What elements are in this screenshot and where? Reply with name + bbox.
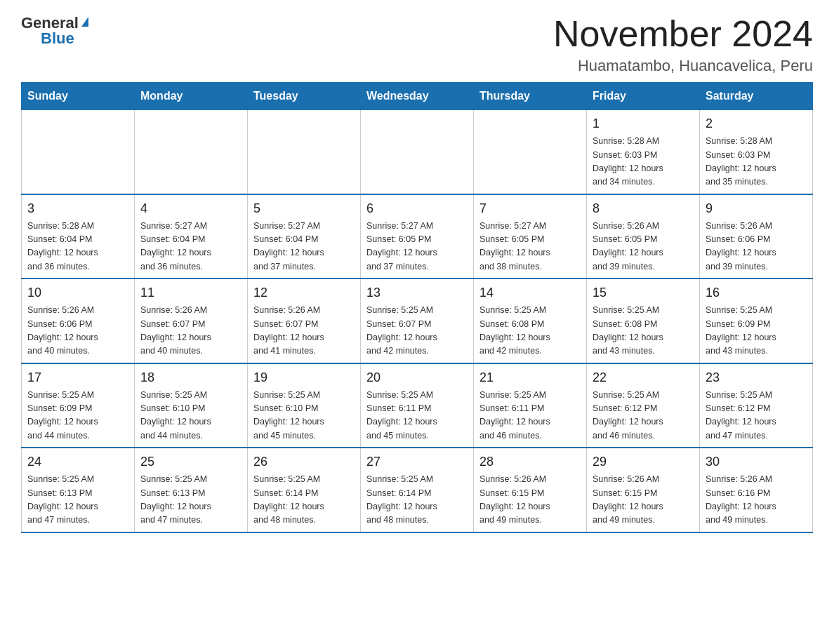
day-info: Sunrise: 5:26 AMSunset: 6:15 PMDaylight:… [593, 473, 694, 528]
weekday-header-thursday: Thursday [474, 83, 587, 110]
day-number: 3 [27, 199, 128, 218]
weekday-header-saturday: Saturday [700, 83, 813, 110]
day-number: 2 [706, 114, 807, 133]
day-number: 21 [479, 368, 581, 387]
day-info: Sunrise: 5:27 AMSunset: 6:05 PMDaylight:… [479, 220, 581, 274]
day-info: Sunrise: 5:25 AMSunset: 6:11 PMDaylight:… [366, 389, 468, 443]
logo: General Blue [21, 14, 88, 48]
day-number: 11 [140, 283, 241, 302]
calendar-day-cell: 17Sunrise: 5:25 AMSunset: 6:09 PMDayligh… [22, 363, 135, 448]
day-number: 8 [593, 199, 694, 218]
day-info: Sunrise: 5:26 AMSunset: 6:07 PMDaylight:… [140, 304, 241, 358]
calendar-day-cell: 13Sunrise: 5:25 AMSunset: 6:07 PMDayligh… [361, 279, 474, 363]
day-number: 13 [366, 283, 468, 302]
calendar-day-cell: 19Sunrise: 5:25 AMSunset: 6:10 PMDayligh… [248, 363, 361, 448]
calendar-day-cell: 15Sunrise: 5:25 AMSunset: 6:08 PMDayligh… [587, 279, 700, 363]
calendar-day-cell: 14Sunrise: 5:25 AMSunset: 6:08 PMDayligh… [474, 279, 587, 363]
calendar-day-cell: 12Sunrise: 5:26 AMSunset: 6:07 PMDayligh… [248, 279, 361, 363]
day-info: Sunrise: 5:25 AMSunset: 6:09 PMDaylight:… [27, 389, 128, 443]
day-info: Sunrise: 5:26 AMSunset: 6:16 PMDaylight:… [706, 473, 807, 528]
day-number: 4 [140, 199, 241, 218]
day-info: Sunrise: 5:25 AMSunset: 6:08 PMDaylight:… [479, 304, 581, 358]
calendar-day-cell: 23Sunrise: 5:25 AMSunset: 6:12 PMDayligh… [700, 363, 813, 448]
day-info: Sunrise: 5:25 AMSunset: 6:08 PMDaylight:… [593, 304, 694, 358]
day-number: 6 [366, 199, 468, 218]
day-number: 7 [479, 199, 581, 218]
day-info: Sunrise: 5:25 AMSunset: 6:12 PMDaylight:… [706, 389, 807, 443]
day-number: 23 [706, 368, 807, 387]
calendar-week-2: 3Sunrise: 5:28 AMSunset: 6:04 PMDaylight… [22, 194, 813, 279]
day-number: 29 [593, 452, 694, 471]
logo-blue-text: Blue [41, 29, 74, 48]
day-number: 15 [593, 283, 694, 302]
calendar-day-cell: 25Sunrise: 5:25 AMSunset: 6:13 PMDayligh… [135, 448, 248, 532]
day-info: Sunrise: 5:28 AMSunset: 6:03 PMDaylight:… [593, 135, 694, 189]
calendar-day-cell: 29Sunrise: 5:26 AMSunset: 6:15 PMDayligh… [587, 448, 700, 532]
day-info: Sunrise: 5:25 AMSunset: 6:13 PMDaylight:… [27, 473, 128, 528]
day-info: Sunrise: 5:25 AMSunset: 6:14 PMDaylight:… [253, 473, 355, 528]
day-number: 26 [253, 452, 355, 471]
calendar-day-cell: 21Sunrise: 5:25 AMSunset: 6:11 PMDayligh… [474, 363, 587, 448]
calendar-day-cell: 11Sunrise: 5:26 AMSunset: 6:07 PMDayligh… [135, 279, 248, 363]
calendar-day-cell: 18Sunrise: 5:25 AMSunset: 6:10 PMDayligh… [135, 363, 248, 448]
day-number: 27 [366, 452, 468, 471]
day-info: Sunrise: 5:26 AMSunset: 6:07 PMDaylight:… [253, 304, 355, 358]
calendar-day-cell [248, 110, 361, 194]
day-number: 28 [479, 452, 581, 471]
title-area: November 2024 Huamatambo, Huancavelica, … [553, 14, 813, 75]
calendar-header: SundayMondayTuesdayWednesdayThursdayFrid… [22, 83, 813, 110]
calendar-day-cell: 5Sunrise: 5:27 AMSunset: 6:04 PMDaylight… [248, 194, 361, 279]
weekday-header-wednesday: Wednesday [361, 83, 474, 110]
calendar-body: 1Sunrise: 5:28 AMSunset: 6:03 PMDaylight… [22, 110, 813, 532]
calendar-week-4: 17Sunrise: 5:25 AMSunset: 6:09 PMDayligh… [22, 363, 813, 448]
day-number: 17 [27, 368, 128, 387]
day-number: 30 [706, 452, 807, 471]
day-number: 10 [27, 283, 128, 302]
day-number: 9 [706, 199, 807, 218]
day-info: Sunrise: 5:26 AMSunset: 6:15 PMDaylight:… [479, 473, 581, 528]
calendar-day-cell: 6Sunrise: 5:27 AMSunset: 6:05 PMDaylight… [361, 194, 474, 279]
calendar-day-cell: 26Sunrise: 5:25 AMSunset: 6:14 PMDayligh… [248, 448, 361, 532]
weekday-header-friday: Friday [587, 83, 700, 110]
day-info: Sunrise: 5:25 AMSunset: 6:14 PMDaylight:… [366, 473, 468, 528]
calendar-day-cell: 9Sunrise: 5:26 AMSunset: 6:06 PMDaylight… [700, 194, 813, 279]
day-number: 19 [253, 368, 355, 387]
calendar-day-cell: 7Sunrise: 5:27 AMSunset: 6:05 PMDaylight… [474, 194, 587, 279]
day-number: 22 [593, 368, 694, 387]
day-info: Sunrise: 5:25 AMSunset: 6:07 PMDaylight:… [366, 304, 468, 358]
day-number: 14 [479, 283, 581, 302]
calendar-day-cell: 28Sunrise: 5:26 AMSunset: 6:15 PMDayligh… [474, 448, 587, 532]
day-number: 18 [140, 368, 241, 387]
day-info: Sunrise: 5:28 AMSunset: 6:04 PMDaylight:… [27, 220, 128, 274]
calendar-day-cell: 30Sunrise: 5:26 AMSunset: 6:16 PMDayligh… [700, 448, 813, 532]
calendar-week-5: 24Sunrise: 5:25 AMSunset: 6:13 PMDayligh… [22, 448, 813, 532]
calendar-day-cell: 4Sunrise: 5:27 AMSunset: 6:04 PMDaylight… [135, 194, 248, 279]
calendar-week-1: 1Sunrise: 5:28 AMSunset: 6:03 PMDaylight… [22, 110, 813, 194]
day-info: Sunrise: 5:25 AMSunset: 6:11 PMDaylight:… [479, 389, 581, 443]
calendar-day-cell: 1Sunrise: 5:28 AMSunset: 6:03 PMDaylight… [587, 110, 700, 194]
calendar-day-cell: 8Sunrise: 5:26 AMSunset: 6:05 PMDaylight… [587, 194, 700, 279]
day-info: Sunrise: 5:26 AMSunset: 6:06 PMDaylight:… [27, 304, 128, 358]
calendar-day-cell: 20Sunrise: 5:25 AMSunset: 6:11 PMDayligh… [361, 363, 474, 448]
calendar-day-cell [135, 110, 248, 194]
day-number: 16 [706, 283, 807, 302]
location-subtitle: Huamatambo, Huancavelica, Peru [553, 57, 813, 75]
month-title: November 2024 [553, 14, 813, 54]
day-info: Sunrise: 5:28 AMSunset: 6:03 PMDaylight:… [706, 135, 807, 189]
calendar-week-3: 10Sunrise: 5:26 AMSunset: 6:06 PMDayligh… [22, 279, 813, 363]
day-info: Sunrise: 5:26 AMSunset: 6:05 PMDaylight:… [593, 220, 694, 274]
day-number: 12 [253, 283, 355, 302]
day-info: Sunrise: 5:25 AMSunset: 6:10 PMDaylight:… [140, 389, 241, 443]
calendar-table: SundayMondayTuesdayWednesdayThursdayFrid… [21, 82, 813, 533]
day-number: 1 [593, 114, 694, 133]
day-info: Sunrise: 5:25 AMSunset: 6:10 PMDaylight:… [253, 389, 355, 443]
day-info: Sunrise: 5:27 AMSunset: 6:05 PMDaylight:… [366, 220, 468, 274]
day-info: Sunrise: 5:25 AMSunset: 6:09 PMDaylight:… [706, 304, 807, 358]
day-number: 24 [27, 452, 128, 471]
day-info: Sunrise: 5:25 AMSunset: 6:13 PMDaylight:… [140, 473, 241, 528]
logo-triangle-icon [81, 17, 88, 27]
calendar-day-cell [361, 110, 474, 194]
calendar-day-cell: 24Sunrise: 5:25 AMSunset: 6:13 PMDayligh… [22, 448, 135, 532]
day-number: 20 [366, 368, 468, 387]
calendar-day-cell: 10Sunrise: 5:26 AMSunset: 6:06 PMDayligh… [22, 279, 135, 363]
